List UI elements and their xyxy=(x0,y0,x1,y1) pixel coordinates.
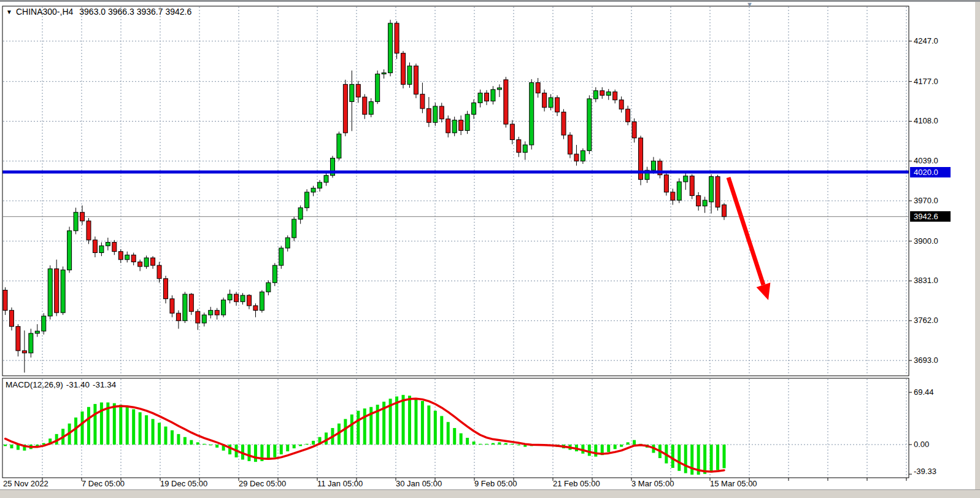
macd-histogram-bar xyxy=(4,445,7,446)
candle-body xyxy=(318,182,322,188)
candle-body xyxy=(292,219,296,238)
chart-ohlc-header: ▼CHINA300-,H43963.0 3966.3 3936.7 3942.6 xyxy=(6,7,191,18)
macd-histogram-bar xyxy=(215,445,218,448)
candle-body xyxy=(343,84,347,133)
macd-histogram-bar xyxy=(607,445,610,452)
candle-body xyxy=(651,161,655,170)
macd-histogram-bar xyxy=(498,442,501,445)
candle-body xyxy=(3,290,7,311)
candle-body xyxy=(593,91,598,99)
candle-body xyxy=(587,99,592,150)
macd-histogram-bar xyxy=(344,419,347,445)
macd-histogram-bar xyxy=(293,445,296,448)
candle-body xyxy=(504,80,508,124)
macd-histogram-bar xyxy=(363,408,366,445)
candle-body xyxy=(510,124,514,139)
macd-histogram-bar xyxy=(460,434,463,445)
macd-signal-value: -31.34 xyxy=(93,380,116,389)
candle-body xyxy=(690,176,694,196)
macd-histogram-bar xyxy=(511,444,514,445)
candle-body xyxy=(376,74,380,101)
candle-body xyxy=(485,93,489,101)
candle-body xyxy=(151,258,155,265)
candle-body xyxy=(35,331,39,333)
candle-body xyxy=(106,243,110,246)
close-value: 3942.6 xyxy=(165,7,191,17)
candle-body xyxy=(298,208,303,219)
candle-body xyxy=(305,192,309,208)
macd-histogram-bar xyxy=(164,427,168,445)
candle-body xyxy=(234,294,239,302)
candle-body xyxy=(202,315,206,323)
candle-body xyxy=(606,92,611,96)
candle-body xyxy=(671,192,675,200)
candle-body xyxy=(363,97,367,114)
candle-body xyxy=(561,112,566,135)
candle-body xyxy=(209,310,213,315)
candle-body xyxy=(414,66,418,94)
macd-histogram-bar xyxy=(633,440,636,445)
candle-body xyxy=(555,98,560,112)
candle-body xyxy=(536,83,540,93)
candle-body xyxy=(260,292,264,310)
macd-histogram-bar xyxy=(466,438,469,445)
candle-body xyxy=(74,212,78,231)
macd-histogram-bar xyxy=(710,445,713,472)
candle-body xyxy=(426,109,431,123)
candle-body xyxy=(42,316,46,331)
candle-body xyxy=(112,243,117,252)
candle-body xyxy=(703,200,707,206)
symbol-dropdown-icon[interactable]: ▼ xyxy=(6,9,12,15)
macd-histogram-bar xyxy=(171,430,174,445)
macd-histogram-bar xyxy=(684,445,687,473)
macd-histogram-bar xyxy=(152,419,155,445)
candle-body xyxy=(542,93,547,107)
macd-histogram-bar xyxy=(203,444,206,445)
macd-histogram-bar xyxy=(132,409,135,445)
candle-body xyxy=(388,23,393,73)
macd-histogram-bar xyxy=(247,445,250,461)
macd-histogram-bar xyxy=(504,443,507,445)
candle-body xyxy=(272,265,277,282)
candle-body xyxy=(183,294,187,321)
chart-canvas[interactable] xyxy=(0,0,980,498)
candle-body xyxy=(472,103,476,114)
macd-histogram-bar xyxy=(677,445,681,471)
candle-body xyxy=(517,140,521,153)
candle-body xyxy=(253,306,258,311)
candle-body xyxy=(68,231,72,270)
candle-body xyxy=(222,300,226,314)
macd-histogram-bar xyxy=(100,402,103,445)
candle-body xyxy=(61,270,65,313)
candle-body xyxy=(189,294,193,311)
candle-body xyxy=(356,84,360,97)
macd-histogram-bar xyxy=(453,428,456,445)
candle-body xyxy=(395,23,399,53)
macd-histogram-bar xyxy=(139,412,142,445)
macd-histogram-bar xyxy=(723,445,726,468)
horizontal-level-line xyxy=(2,171,909,174)
macd-histogram-bar xyxy=(306,444,309,445)
macd-histogram-bar xyxy=(10,445,13,448)
open-value: 3963.0 xyxy=(79,7,106,17)
candle-body xyxy=(48,269,52,316)
candle-body xyxy=(55,269,59,313)
candle-body xyxy=(626,109,630,122)
macd-histogram-bar xyxy=(421,401,424,445)
panel-separator[interactable] xyxy=(2,375,909,379)
candle-body xyxy=(22,351,26,353)
macd-histogram-bar xyxy=(440,416,443,445)
macd-histogram-bar xyxy=(614,445,617,449)
candle-body xyxy=(311,188,315,192)
macd-histogram-bar xyxy=(299,445,302,446)
candle-body xyxy=(619,100,623,109)
candle-body xyxy=(478,93,482,103)
candle-body xyxy=(401,53,406,85)
candle-body xyxy=(568,135,572,154)
candle-body xyxy=(228,294,232,300)
chart-period-marker-icon: ▼ xyxy=(746,1,753,8)
candle-body xyxy=(530,83,534,145)
candle-body xyxy=(600,91,604,96)
macd-histogram-bar xyxy=(716,445,719,470)
candle-body xyxy=(523,145,527,152)
